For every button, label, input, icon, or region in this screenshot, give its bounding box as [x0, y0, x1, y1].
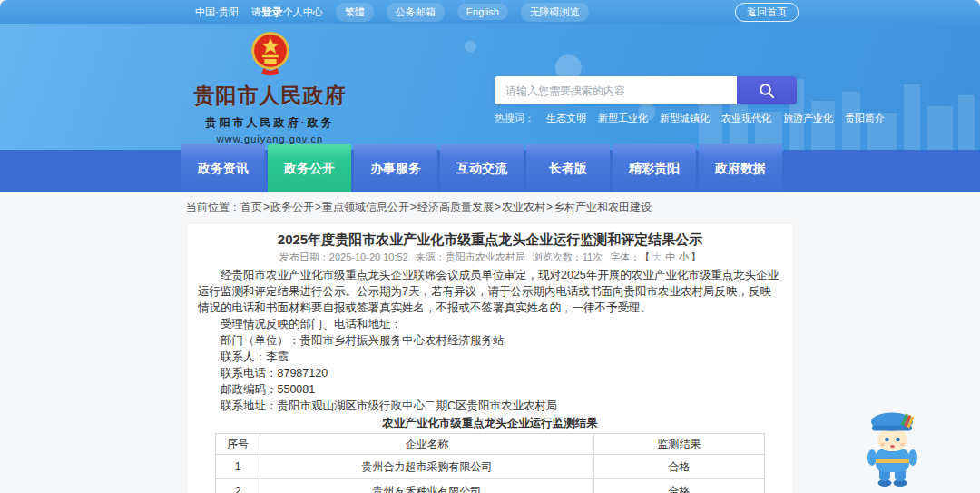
- breadcrumb-separator: >: [410, 201, 416, 213]
- traditional-chinese-button[interactable]: 繁體: [336, 3, 374, 22]
- font-size-small-button[interactable]: 小: [679, 251, 689, 262]
- topbar-links: 中国·贵阳 请登录个人中心 繁體 公务邮箱 English 无障碍浏览: [195, 3, 589, 22]
- publish-date: 2025-10-20 10:52: [329, 251, 408, 262]
- crumb-link[interactable]: 农业农村: [502, 201, 545, 213]
- site-logo[interactable]: 贵阳市人民政府 贵阳市人民政府·政务 www.guiyang.gov.cn: [186, 29, 354, 144]
- site-url: www.guiyang.gov.cn: [186, 133, 354, 144]
- breadcrumb: 当前位置：首页>政务公开>重点领域信息公开>经济高质量发展>农业农村>乡村产业和…: [186, 200, 980, 215]
- login-suffix: 个人中心: [283, 6, 323, 17]
- hot-search-label: 热搜词：: [495, 112, 534, 125]
- article-paragraph: 受理情况反映的部门、电话和地址：: [198, 316, 782, 332]
- breadcrumb-separator: >: [546, 201, 553, 213]
- publish-date-label: 发布日期：: [279, 251, 329, 262]
- table-header-row: 序号 企业名称 监测结果: [216, 434, 764, 455]
- breadcrumb-label: 当前位置：: [186, 201, 240, 213]
- hot-word-link[interactable]: 生态文明: [546, 112, 586, 125]
- header-result: 监测结果: [594, 434, 764, 455]
- table-row: 1 贵州合力超市采购有限公司 合格: [216, 455, 764, 479]
- main-content: 当前位置：首页>政务公开>重点领域信息公开>经济高质量发展>农业农村>乡村产业和…: [0, 200, 980, 493]
- hot-word-link[interactable]: 贵阳简介: [845, 112, 885, 125]
- nav-tabs: 政务资讯 政务公开 办事服务 互动交流 长者版 精彩贵阳 政府数据: [181, 144, 782, 192]
- search-box: [495, 76, 797, 104]
- article-paragraph: 经贵阳市农业产业化市级重点龙头企业联席会议成员单位审定，现对2025年开展的农业…: [198, 267, 782, 316]
- mascot[interactable]: [855, 409, 927, 489]
- accessibility-button[interactable]: 无障碍浏览: [521, 3, 589, 22]
- english-button[interactable]: English: [457, 4, 508, 20]
- cell-result: 合格: [594, 479, 764, 493]
- nav-tab-services[interactable]: 办事服务: [354, 144, 437, 192]
- contact-line-address: 联系地址：贵阳市观山湖区市级行政中心二期C区贵阳市农业农村局: [198, 398, 782, 414]
- hot-search-row: 热搜词： 生态文明 新型工业化 新型城镇化 农业现代化 旅游产业化 贵阳简介: [495, 112, 799, 125]
- article-title: 2025年度贵阳市农业产业化市级重点龙头企业运行监测和评定结果公示: [198, 231, 782, 249]
- login-strong: 登录: [261, 5, 283, 18]
- back-home-button[interactable]: 返回首页: [735, 3, 799, 22]
- contact-line-person: 联系人：李霞: [198, 349, 782, 365]
- region-link[interactable]: 中国·贵阳: [195, 5, 239, 19]
- header-company: 企业名称: [260, 434, 594, 455]
- crumb-link[interactable]: 重点领域信息公开: [322, 201, 409, 213]
- monitoring-results-table: 序号 企业名称 监测结果 1 贵州合力超市采购有限公司 合格 2 贵州友禾种业有…: [215, 433, 764, 493]
- header-seq: 序号: [216, 434, 260, 455]
- nav-tab-highlights[interactable]: 精彩贵阳: [612, 144, 696, 192]
- crumb-link[interactable]: 首页: [240, 201, 262, 213]
- gov-mail-button[interactable]: 公务邮箱: [387, 3, 445, 22]
- nav-tab-disclosure[interactable]: 政务公开: [268, 144, 351, 192]
- crumb-link[interactable]: 乡村产业和农田建设: [554, 201, 652, 213]
- font-size-large-button[interactable]: 大: [652, 251, 662, 262]
- nav-tab-gov-data[interactable]: 政府数据: [699, 144, 782, 192]
- font-size-label: 字体：: [610, 251, 640, 262]
- table-row: 2 贵州友禾种业有限公司 合格: [216, 479, 764, 493]
- contact-line-phone: 联系电话：87987120: [198, 365, 782, 381]
- search-button[interactable]: [737, 76, 797, 104]
- views-label: 浏览次数：: [533, 251, 583, 262]
- contact-line-department: 部门（单位）：贵阳市乡村振兴服务中心农村经济服务站: [198, 332, 782, 349]
- crumb-link[interactable]: 经济高质量发展: [417, 201, 494, 213]
- contact-line-postcode: 邮政编码：550081: [198, 381, 782, 398]
- cell-seq: 2: [216, 479, 260, 493]
- breadcrumb-separator: >: [263, 201, 270, 213]
- site-title: 贵阳市人民政府: [186, 82, 354, 110]
- site-header: 贵阳市人民政府 贵阳市人民政府·政务 www.guiyang.gov.cn 热搜…: [0, 24, 980, 150]
- bracket-close: 】: [691, 251, 701, 262]
- bracket-open: 【: [640, 251, 650, 262]
- breadcrumb-separator: >: [315, 201, 321, 213]
- cell-company: 贵州合力超市采购有限公司: [260, 455, 594, 479]
- cell-seq: 1: [216, 455, 260, 479]
- main-nav: 政务资讯 政务公开 办事服务 互动交流 长者版 精彩贵阳 政府数据: [0, 150, 980, 192]
- search-icon: [758, 82, 776, 100]
- views-value: 11次: [583, 251, 603, 262]
- crumb-link[interactable]: 政务公开: [270, 201, 314, 213]
- hot-word-link[interactable]: 新型工业化: [598, 112, 648, 125]
- hot-word-link[interactable]: 农业现代化: [721, 112, 771, 125]
- article-card: 2025年度贵阳市农业产业化市级重点龙头企业运行监测和评定结果公示 发布日期：2…: [186, 222, 794, 493]
- nav-tab-interaction[interactable]: 互动交流: [440, 144, 524, 192]
- login-link[interactable]: 请登录个人中心: [251, 5, 323, 20]
- source-value: 贵阳市农业农村局: [446, 251, 525, 262]
- national-emblem-icon: [248, 29, 293, 80]
- font-size-medium-button[interactable]: 中: [665, 251, 675, 262]
- nav-tab-news[interactable]: 政务资讯: [181, 144, 265, 192]
- table-caption: 农业产业化市级重点龙头企业运行监测结果: [198, 416, 782, 430]
- search-area: 热搜词： 生态文明 新型工业化 新型城镇化 农业现代化 旅游产业化 贵阳简介: [495, 76, 799, 125]
- page: 中国·贵阳 请登录个人中心 繁體 公务邮箱 English 无障碍浏览 返回首页: [0, 0, 980, 493]
- cell-company: 贵州友禾种业有限公司: [260, 479, 594, 493]
- site-subtitle: 贵阳市人民政府·政务: [186, 115, 354, 131]
- nav-tab-elder-version[interactable]: 长者版: [526, 144, 610, 192]
- source-label: 来源：: [416, 251, 446, 262]
- hot-word-link[interactable]: 新型城镇化: [660, 112, 710, 125]
- login-prefix: 请: [251, 6, 261, 17]
- topbar: 中国·贵阳 请登录个人中心 繁體 公务邮箱 English 无障碍浏览 返回首页: [0, 0, 980, 24]
- search-input[interactable]: [495, 76, 737, 104]
- cell-result: 合格: [594, 455, 764, 479]
- article-meta: 发布日期：2025-10-20 10:52来源：贵阳市农业农村局浏览次数：11次…: [198, 251, 782, 263]
- breadcrumb-separator: >: [495, 201, 501, 213]
- hot-word-link[interactable]: 旅游产业化: [783, 112, 833, 125]
